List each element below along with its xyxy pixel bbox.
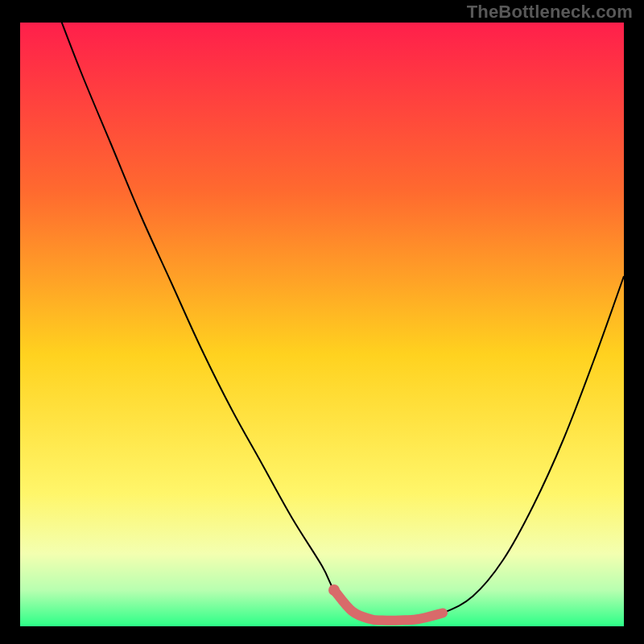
plot-area: [20, 23, 624, 626]
gradient-bg: [20, 23, 624, 626]
marker-start-dot: [328, 584, 340, 596]
chart-svg: [20, 23, 624, 626]
watermark-text: TheBottleneck.com: [467, 2, 633, 23]
chart-frame: TheBottleneck.com: [0, 0, 644, 644]
